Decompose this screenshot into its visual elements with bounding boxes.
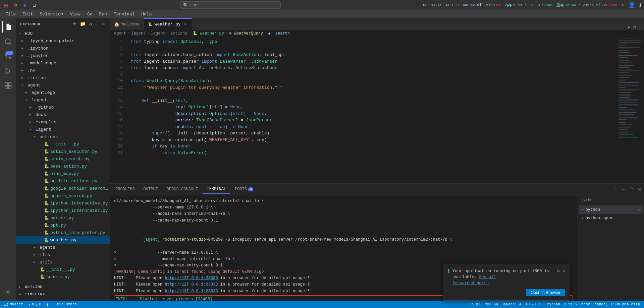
menu-run[interactable]: Run	[96, 11, 109, 17]
statusbar-branch[interactable]: ⎇ master	[3, 302, 24, 307]
tree-item-utils[interactable]: ▶ utils	[16, 258, 110, 266]
tree-item-base-action[interactable]: ▶ 🐍 base_action.py	[16, 163, 110, 170]
term-link2[interactable]: http://127.0.0.1:23333	[165, 282, 218, 287]
tree-item-ipynb[interactable]: ▶ .ipynb_checkpoints	[16, 37, 110, 45]
term-link3[interactable]: http://127.0.0.1:23333	[165, 289, 218, 294]
terminal-maximize-icon[interactable]: ⌃	[629, 185, 635, 193]
notification-forwarded-ports-link[interactable]: forwarded ports	[452, 281, 489, 286]
tree-item-google-scholar[interactable]: ▶ 🐍 google_scholar_search.py	[16, 185, 110, 192]
tab-weather-close[interactable]: ✕	[183, 22, 188, 27]
menu-go[interactable]: Go	[85, 11, 95, 17]
split-editor-icon[interactable]: ⧉	[633, 25, 636, 30]
tree-item-actions[interactable]: ▾ actions	[16, 133, 110, 140]
menu-selection[interactable]: Selection	[37, 11, 66, 17]
menu-terminal[interactable]: Terminal	[111, 11, 137, 17]
tree-item-agents[interactable]: ▶ agents	[16, 244, 110, 251]
tree-item-builtin[interactable]: ▶ 🐍 builtin_actions.py	[16, 177, 110, 185]
statusbar-info[interactable]: ℹ 3	[45, 302, 53, 307]
menu-help[interactable]: Help	[139, 11, 154, 17]
info-icon[interactable]: ℹ	[639, 2, 641, 8]
notification-close-icon[interactable]: ✕	[562, 268, 565, 274]
tree-timeline-header[interactable]: ▶ TIMELINE	[16, 291, 110, 298]
activity-source-control[interactable]	[2, 50, 14, 62]
tree-item-modelscope[interactable]: ▶ .modelscope	[16, 59, 110, 67]
tree-item-llms[interactable]: ▶ llms	[16, 251, 110, 258]
more-editor-icon[interactable]: ⋯	[639, 25, 641, 30]
tree-item-docs[interactable]: ▶ docs	[16, 111, 110, 118]
tab-terminal[interactable]: TERMINAL	[203, 185, 230, 194]
bc-lagent1[interactable]: lagent	[131, 31, 146, 36]
terminal-instance-agent[interactable]: ⚡ python agent	[579, 214, 643, 222]
tree-item-ppt[interactable]: ▶ 🐍 ppt.py	[16, 222, 110, 229]
tree-root[interactable]: ▾ ROOT	[16, 30, 110, 37]
new-folder-icon[interactable]: 📁	[79, 20, 87, 27]
term-link1[interactable]: http://127.0.0.1:23333	[165, 276, 218, 281]
menu-view[interactable]: View	[67, 11, 83, 17]
tree-item-agentlego[interactable]: ▶ agentlego	[16, 89, 110, 96]
statusbar-conda[interactable]: 3.11.5 (base: conda)	[562, 302, 609, 306]
statusbar-encoding[interactable]: UTF-8	[523, 302, 537, 306]
tree-item-weather[interactable]: ▶ 🐍 weather.py	[16, 236, 110, 244]
activity-search[interactable]	[2, 36, 14, 48]
bc-actions[interactable]: actions	[170, 31, 187, 36]
tree-item-agent[interactable]: ▾ agent	[16, 81, 110, 89]
tab-weather[interactable]: 🐍 weather.py ✕	[144, 18, 192, 30]
terminal-new-icon[interactable]: +	[613, 186, 619, 193]
activity-explorer[interactable]	[2, 21, 14, 33]
statusbar-ln-col[interactable]: Ln 97, Col 69	[468, 302, 499, 306]
tree-item-google-search[interactable]: ▶ 🐍 google_search.py	[16, 192, 110, 199]
bc-weatherquery[interactable]: ⚙ WeatherQuery	[229, 31, 263, 36]
code-content[interactable]: from typing import Optional, Type from l…	[127, 37, 617, 183]
tree-item-examples[interactable]: ▶ examples	[16, 118, 110, 126]
tree-item-ipython-interpreter[interactable]: ▶ 🐍 ipython_interpreter.py	[16, 207, 110, 214]
notification-settings-icon[interactable]: ⚙	[557, 268, 559, 274]
statusbar-errors[interactable]: ✕ 0 ⚠ 0	[27, 302, 43, 307]
tree-item-triton[interactable]: ▶ .triton	[16, 74, 110, 81]
run-icon[interactable]: ▶	[628, 25, 631, 30]
new-file-icon[interactable]: +	[72, 20, 77, 27]
tree-item-lagent-inner[interactable]: ▾ lagent	[16, 126, 110, 133]
tree-item-schema[interactable]: ▶ 🐍 schema.py	[16, 273, 110, 281]
tree-item-github[interactable]: ▶ .github	[16, 104, 110, 111]
activity-debug[interactable]	[2, 65, 14, 77]
statusbar-eol[interactable]: LF	[538, 302, 545, 306]
tab-problems[interactable]: PROBLEMS	[111, 185, 139, 194]
tab-output[interactable]: OUTPUT	[140, 185, 162, 194]
activity-extensions[interactable]	[2, 80, 14, 92]
tree-item-init2[interactable]: ▶ 🐍 __init__.py	[16, 266, 110, 273]
tab-ports[interactable]: PORTS 3	[231, 185, 257, 194]
activity-settings[interactable]	[2, 286, 14, 298]
statusbar-language[interactable]: Python	[546, 302, 562, 306]
tree-item-nv[interactable]: ▶ .nv	[16, 67, 110, 74]
collapse-icon[interactable]: ⊟	[95, 20, 99, 27]
open-browser-button[interactable]: Open in Browser	[526, 289, 565, 296]
terminal-close-icon[interactable]: ✕	[637, 185, 643, 193]
tab-debug-console[interactable]: DEBUG CONSOLE	[163, 185, 202, 194]
menu-edit[interactable]: Edit	[20, 11, 36, 17]
notification-see-all-link[interactable]: See all	[479, 275, 496, 280]
statusbar-spaces[interactable]: Spaces: 4	[500, 302, 523, 306]
statusbar-csdn[interactable]: CSDN @haldizp	[610, 302, 641, 306]
tree-item-arxiv[interactable]: ▶ 🐍 arxiv_search.py	[16, 155, 110, 163]
bc-weatherpy[interactable]: 🐍 weather.py	[193, 31, 224, 36]
tree-item-bing-map[interactable]: ▶ 🐍 bing_map.py	[16, 170, 110, 177]
search-bar[interactable]: 🔍 root	[180, 1, 281, 9]
tab-welcome[interactable]: 🏠 Welcome	[110, 18, 144, 30]
bc-lagent2[interactable]: lagent	[151, 31, 165, 36]
tree-item-jupyter[interactable]: ▶ .jupyter	[16, 52, 110, 59]
tree-item-init-py[interactable]: ▶ 🐍 __init__.py	[16, 140, 110, 148]
statusbar-git-graph[interactable]: Git Graph	[56, 302, 78, 306]
more-actions-icon[interactable]: ⋯	[102, 20, 106, 27]
tree-outline-header[interactable]: ▶ OUTLINE	[16, 283, 110, 291]
tree-item-ipython-interactive[interactable]: ▶ 🐍 ipython_interactive.py	[16, 199, 110, 207]
avatar-icon[interactable]: 👤	[629, 2, 635, 8]
terminal-more-icon[interactable]: ⋯	[621, 185, 627, 193]
tree-item-lagent-outer[interactable]: ▾ lagent	[16, 96, 110, 104]
upload-icon[interactable]: ⬆	[621, 2, 625, 8]
menu-file[interactable]: File	[3, 11, 18, 17]
bc-agent[interactable]: agent	[114, 31, 126, 36]
refresh-icon[interactable]: ↺	[89, 20, 93, 27]
tree-item-python-interpreter[interactable]: ▶ 🐍 python_interpreter.py	[16, 229, 110, 236]
tree-item-ipython[interactable]: ▶ .ipython	[16, 45, 110, 52]
terminal-instance-python[interactable]: ⚡ python ⚠	[579, 205, 643, 214]
